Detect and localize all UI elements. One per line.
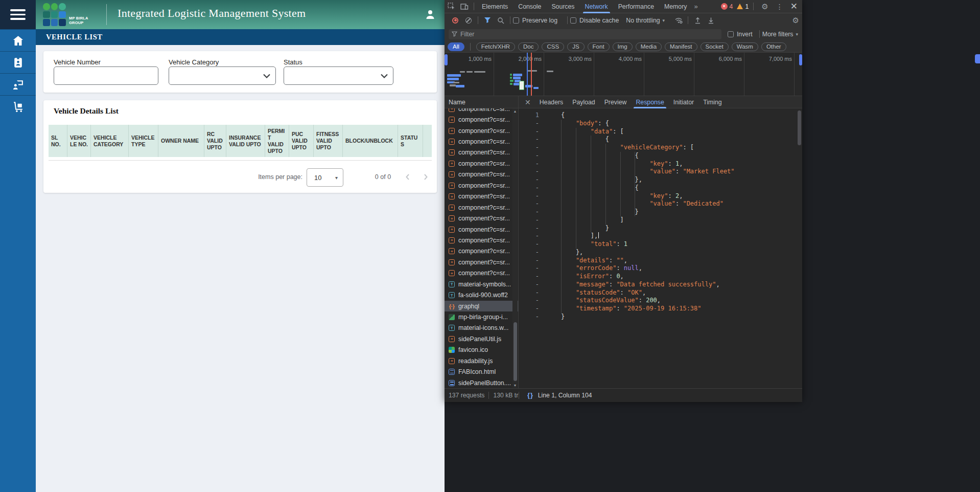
editor-scrollbar-thumb[interactable]: [798, 110, 801, 145]
settings-gear-icon[interactable]: ⚙: [758, 2, 771, 11]
network-request-row[interactable]: Tmaterial-icons.w...: [445, 323, 518, 333]
detail-tab-preview[interactable]: Preview: [600, 96, 632, 108]
filter-chip-img[interactable]: Img: [613, 42, 633, 51]
network-overview-timeline[interactable]: 1,000 ms2,000 ms3,000 ms4,000 ms5,000 ms…: [445, 53, 802, 96]
more-filters-button[interactable]: More filters ▾: [762, 31, 798, 38]
previous-page-button[interactable]: [404, 173, 412, 181]
filter-chip-other[interactable]: Other: [761, 42, 786, 51]
network-request-row[interactable]: ‹›component?c=sr...: [445, 108, 518, 114]
network-request-row[interactable]: ‹›component?c=sr...: [445, 180, 518, 191]
filter-chip-doc[interactable]: Doc: [518, 42, 539, 51]
driver-training-icon: [12, 78, 25, 91]
record-network-log-button[interactable]: [452, 17, 458, 24]
preserve-log-toggle[interactable]: Preserve log: [513, 17, 557, 24]
user-avatar[interactable]: [424, 8, 436, 20]
network-request-row[interactable]: ‹›component?c=sr...: [445, 268, 518, 279]
requests-name-header[interactable]: Name: [445, 96, 518, 108]
network-request-row[interactable]: ‹›component?c=sr...: [445, 191, 518, 202]
network-request-row[interactable]: ‹›component?c=sr...: [445, 125, 518, 136]
status-select[interactable]: [284, 66, 393, 85]
network-settings-gear-icon[interactable]: ⚙: [789, 16, 802, 25]
requests-scrollbar[interactable]: ▲ ▼: [512, 108, 518, 388]
filter-chip-wasm[interactable]: Wasm: [732, 42, 758, 51]
tab-performance[interactable]: Performance: [613, 0, 659, 13]
vehicle-number-input[interactable]: [54, 66, 158, 85]
network-request-row[interactable]: ‹›component?c=sr...: [445, 136, 518, 147]
network-request-row[interactable]: ‹›component?c=sr...: [445, 257, 518, 267]
tab-network[interactable]: Network: [580, 0, 613, 13]
network-request-row[interactable]: ‹›readability.js: [445, 355, 518, 366]
inspect-element-button[interactable]: [445, 1, 458, 13]
logo-cell: [43, 3, 50, 10]
search-network-button[interactable]: [494, 14, 507, 27]
filter-chip-css[interactable]: CSS: [542, 42, 564, 51]
detail-tab-timing[interactable]: Timing: [698, 96, 726, 108]
filter-chip-manifest[interactable]: Manifest: [665, 42, 697, 51]
detail-tab-initiator[interactable]: Initiator: [669, 96, 698, 108]
detail-tab-headers[interactable]: Headers: [535, 96, 568, 108]
filter-input[interactable]: [460, 31, 718, 38]
vehicle-category-select[interactable]: [169, 66, 276, 85]
filter-chip-fetchxhr[interactable]: Fetch/XHR: [476, 42, 515, 51]
network-conditions-button[interactable]: [672, 14, 685, 27]
network-request-row[interactable]: ‹›component?c=sr...: [445, 169, 518, 180]
network-request-row[interactable]: ‹›sidePanelUtil.js: [445, 333, 518, 344]
scroll-up-icon[interactable]: ▲: [512, 109, 518, 113]
network-request-row[interactable]: ‹›component?c=sr...: [445, 224, 518, 235]
filter-toggle-button[interactable]: [481, 14, 494, 27]
import-har-button[interactable]: [691, 14, 704, 27]
scrollbar-thumb[interactable]: [514, 322, 517, 381]
timeline-left-handle[interactable]: [445, 54, 448, 65]
device-toolbar-button[interactable]: [458, 1, 471, 13]
kebab-menu-icon[interactable]: ⋮: [774, 3, 786, 11]
close-detail-button[interactable]: ✕: [519, 98, 535, 106]
warning-badge-icon[interactable]: [737, 4, 743, 9]
tab-elements[interactable]: Elements: [477, 0, 513, 13]
scroll-down-icon[interactable]: ▼: [512, 384, 518, 387]
timeline-right-handle[interactable]: [799, 54, 802, 65]
network-request-row[interactable]: Tmaterial-symbols...: [445, 279, 518, 289]
tab-console[interactable]: Console: [513, 0, 546, 13]
error-count[interactable]: 4: [730, 3, 733, 10]
network-request-row[interactable]: favicon.ico: [445, 345, 518, 355]
disable-cache-toggle[interactable]: Disable cache: [570, 17, 619, 24]
network-request-row[interactable]: ‹›component?c=sr...: [445, 213, 518, 223]
close-devtools-button[interactable]: ✕: [788, 1, 802, 12]
network-request-row[interactable]: Tfa-solid-900.woff2: [445, 289, 518, 300]
network-request-row[interactable]: FABIcon.html: [445, 367, 518, 377]
filter-chip-media[interactable]: Media: [636, 42, 662, 51]
tab-sources[interactable]: Sources: [546, 0, 579, 13]
throttling-select[interactable]: No throttling ▾: [626, 17, 665, 24]
sidebar-item-logistics[interactable]: [0, 95, 36, 117]
page-size-select[interactable]: 10 ▾: [307, 168, 343, 187]
network-request-row[interactable]: ‹›component?c=sr...: [445, 202, 518, 213]
network-request-row[interactable]: mp-birla-group-i...: [445, 311, 518, 322]
clear-network-log-button[interactable]: [465, 17, 472, 24]
network-request-row[interactable]: ‹›component?c=sr...: [445, 147, 518, 158]
network-request-row[interactable]: sidePanelButton....: [445, 377, 518, 388]
detail-tab-response[interactable]: Response: [631, 96, 668, 108]
response-editor[interactable]: 1{-"body": {-"data": [-{-"vehicleCategor…: [519, 108, 802, 388]
invert-filter-toggle[interactable]: Invert: [728, 31, 753, 38]
filter-chip-js[interactable]: JS: [567, 42, 584, 51]
filter-chip-all[interactable]: All: [448, 42, 464, 51]
network-request-row[interactable]: ‹›component?c=sr...: [445, 114, 518, 125]
hamburger-menu-button[interactable]: [0, 0, 36, 29]
filter-chip-font[interactable]: Font: [588, 42, 610, 51]
error-badge-icon[interactable]: ×: [721, 3, 728, 10]
sidebar-item-home[interactable]: [0, 29, 36, 51]
network-request-row[interactable]: {·}graphql: [445, 301, 518, 311]
sidebar-item-id-badge[interactable]: [0, 51, 36, 73]
export-har-button[interactable]: [704, 14, 717, 27]
tab-memory[interactable]: Memory: [659, 0, 692, 13]
next-page-button[interactable]: [422, 173, 430, 181]
warning-count[interactable]: 1: [745, 3, 749, 10]
format-braces-icon[interactable]: { }: [527, 392, 533, 399]
detail-tab-payload[interactable]: Payload: [568, 96, 599, 108]
network-request-row[interactable]: ‹›component?c=sr...: [445, 235, 518, 245]
network-request-row[interactable]: ‹›component?c=sr...: [445, 158, 518, 169]
network-request-row[interactable]: ‹›component?c=sr...: [445, 246, 518, 257]
sidebar-item-driver[interactable]: [0, 73, 36, 95]
filter-chip-socket[interactable]: Socket: [701, 42, 729, 51]
more-tabs-button[interactable]: »: [692, 3, 699, 10]
